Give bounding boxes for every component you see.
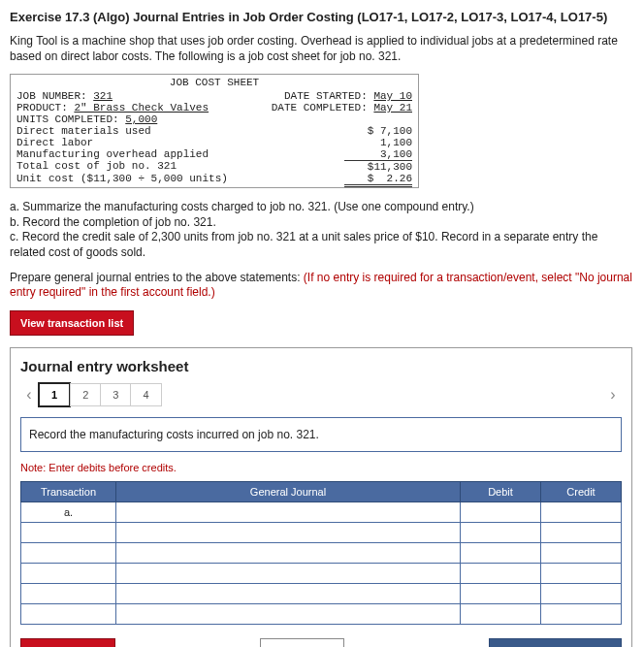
col-credit: Credit <box>541 481 622 501</box>
debit-credit-note: Note: Enter debits before credits. <box>20 462 622 473</box>
journal-entry-worksheet: Journal entry worksheet ‹ 1 2 3 4 › Reco… <box>10 347 632 647</box>
sheet-header: JOB COST SHEET <box>11 75 418 90</box>
entry-instruction: Record the manufacturing costs incurred … <box>20 417 622 452</box>
intro-text: King Tool is a machine shop that uses jo… <box>10 34 634 64</box>
unit-cost-label: Unit cost ($11,300 ÷ 5,000 units) <box>16 173 344 187</box>
product: PRODUCT: 2" Brass Check Valves <box>16 102 272 113</box>
credit-cell[interactable] <box>541 542 622 563</box>
tab-prev-icon[interactable]: ‹ <box>20 382 38 407</box>
view-transaction-list-button[interactable]: View transaction list <box>10 310 134 336</box>
question-c: c. Record the credit sale of 2,300 units… <box>10 230 634 260</box>
col-general-journal: General Journal <box>116 481 461 501</box>
journal-entry-table: Transaction General Journal Debit Credit… <box>20 481 622 625</box>
credit-cell[interactable] <box>541 563 622 583</box>
job-number: JOB NUMBER: 321 <box>16 90 284 102</box>
account-cell[interactable] <box>116 522 461 542</box>
account-cell[interactable] <box>116 542 461 563</box>
exercise-title: Exercise 17.3 (Algo) Journal Entries in … <box>10 10 634 24</box>
col-debit: Debit <box>461 481 541 501</box>
questions: a. Summarize the manufacturing costs cha… <box>10 200 634 260</box>
record-entry-button[interactable]: Record entry <box>20 638 115 647</box>
debit-cell[interactable] <box>461 603 541 624</box>
credit-cell[interactable] <box>541 501 622 522</box>
debit-cell[interactable] <box>461 542 541 563</box>
question-a: a. Summarize the manufacturing costs cha… <box>10 200 634 215</box>
debit-cell[interactable] <box>461 583 541 603</box>
worksheet-title: Journal entry worksheet <box>20 358 622 374</box>
debit-cell[interactable] <box>461 563 541 583</box>
credit-cell[interactable] <box>541 603 622 624</box>
worksheet-tabs: ‹ 1 2 3 4 › <box>20 382 622 407</box>
tab-2[interactable]: 2 <box>70 383 101 406</box>
prepare-instructions: Prepare general journal entries to the a… <box>10 271 634 301</box>
dl-label: Direct labor <box>16 137 344 148</box>
units-completed: UNITS COMPLETED: 5,000 <box>16 113 412 125</box>
account-cell[interactable] <box>116 603 461 624</box>
credit-cell[interactable] <box>541 522 622 542</box>
total-value: $11,300 <box>344 160 412 173</box>
clear-entry-button[interactable]: Clear entry <box>260 638 344 647</box>
date-started: DATE STARTED: May 10 <box>284 90 412 102</box>
debit-cell[interactable] <box>461 522 541 542</box>
debit-cell[interactable] <box>461 501 541 522</box>
moh-value: 3,100 <box>344 148 412 160</box>
account-cell[interactable] <box>116 501 461 522</box>
button-row: Record entry Clear entry View general jo… <box>20 638 622 647</box>
moh-label: Manufacturing overhead applied <box>16 148 344 160</box>
tab-next-icon[interactable]: › <box>604 382 622 407</box>
view-general-journal-button[interactable]: View general journal <box>489 638 622 647</box>
total-label: Total cost of job no. 321 <box>16 160 344 173</box>
account-cell[interactable] <box>116 583 461 603</box>
date-completed: DATE COMPLETED: May 21 <box>272 102 412 113</box>
question-b: b. Record the completion of job no. 321. <box>10 215 634 231</box>
tab-1[interactable]: 1 <box>38 382 71 407</box>
col-transaction: Transaction <box>21 481 116 501</box>
job-cost-sheet: JOB COST SHEET JOB NUMBER: 321 DATE STAR… <box>10 74 419 188</box>
dm-label: Direct materials used <box>16 125 344 137</box>
unit-cost-value: $ 2.26 <box>344 173 412 187</box>
dl-value: 1,100 <box>344 137 412 148</box>
credit-cell[interactable] <box>541 583 622 603</box>
transaction-cell: a. <box>21 501 116 522</box>
account-cell[interactable] <box>116 563 461 583</box>
tab-3[interactable]: 3 <box>100 383 131 406</box>
dm-value: $ 7,100 <box>344 125 412 137</box>
tab-4[interactable]: 4 <box>130 383 161 406</box>
